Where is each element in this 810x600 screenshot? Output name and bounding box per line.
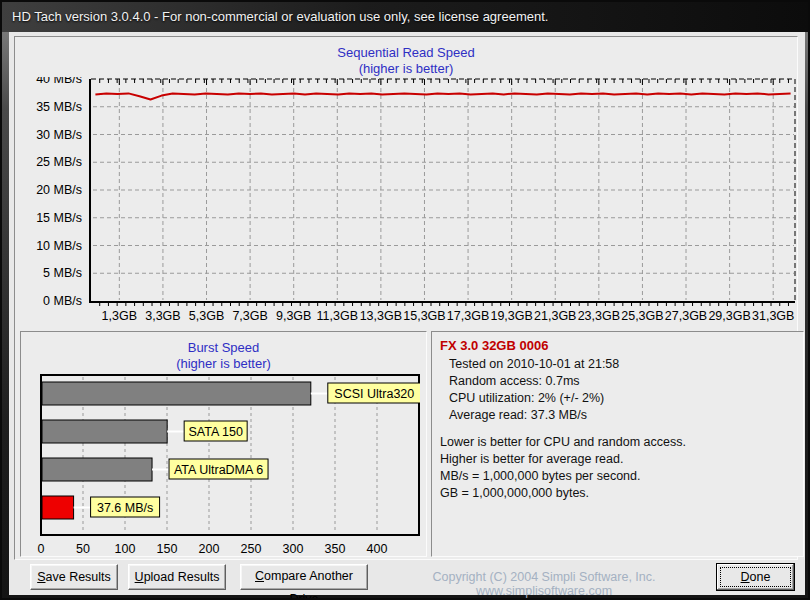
hd-tach-window: HD Tach version 3.0.4.0 - For non-commer…	[0, 0, 810, 600]
y-tick-label: 15 MB/s	[36, 211, 82, 225]
sequential-read-panel: Sequential Read Speed (higher is better)…	[14, 36, 798, 560]
burst-x-tick-label: 100	[115, 542, 136, 556]
info-note-line: Lower is better for CPU and random acces…	[440, 434, 795, 451]
burst-bar	[42, 458, 152, 481]
y-tick-label: 10 MB/s	[36, 239, 82, 253]
x-tick-label: 3,3GB	[145, 309, 180, 323]
y-tick-label: 35 MB/s	[36, 100, 82, 114]
info-note-line: MB/s = 1,000,000 bytes per second.	[440, 468, 795, 485]
sequential-chart-subtitle: (higher is better)	[15, 61, 797, 76]
drive-name: FX 3.0 32GB 0006	[440, 338, 795, 353]
burst-x-tick-label: 200	[199, 542, 220, 556]
info-gap	[440, 424, 795, 434]
compare-another-drive-button[interactable]: Compare Another Drive	[240, 564, 368, 590]
done-button[interactable]: Done	[716, 563, 795, 591]
x-tick-label: 5,3GB	[189, 309, 224, 323]
burst-bar	[42, 496, 74, 519]
x-tick-label: 15,3GB	[403, 309, 445, 323]
burst-x-tick-label: 250	[241, 542, 262, 556]
copyright-text: Copyright (C) 2004 Simpli Software, Inc.…	[384, 570, 704, 598]
y-tick-label: 25 MB/s	[36, 155, 82, 169]
burst-speed-chart: SCSI Ultra320SATA 150ATA UltraDMA 637.6 …	[29, 374, 420, 556]
drive-stat-line: Random access: 0.7ms	[440, 373, 795, 390]
x-tick-label: 1,3GB	[102, 309, 137, 323]
burst-chart-subtitle: (higher is better)	[21, 356, 426, 371]
client-area: Sequential Read Speed (higher is better)…	[9, 32, 805, 595]
drive-stat-line: Tested on 2010-10-01 at 21:58	[440, 356, 795, 373]
drive-stats-list: Tested on 2010-10-01 at 21:58Random acce…	[440, 356, 795, 424]
upload-results-button[interactable]: Upload Results	[128, 564, 226, 590]
burst-bar	[42, 420, 167, 443]
x-tick-label: 25,3GB	[621, 309, 663, 323]
sequential-read-chart: 40 MB/s35 MB/s30 MB/s25 MB/s20 MB/s15 MB…	[15, 77, 797, 329]
info-note-line: GB = 1,000,000,000 bytes.	[440, 485, 795, 502]
burst-x-tick-label: 0	[38, 542, 45, 556]
info-note-line: Higher is better for average read.	[440, 451, 795, 468]
burst-x-tick-label: 150	[157, 542, 178, 556]
y-tick-label: 40 MB/s	[36, 77, 82, 86]
info-notes-list: Lower is better for CPU and random acces…	[440, 434, 795, 502]
drive-stat-line: Average read: 37.3 MB/s	[440, 407, 795, 424]
x-tick-label: 9,3GB	[276, 309, 311, 323]
y-tick-label: 5 MB/s	[43, 266, 82, 280]
bar-label-text: SCSI Ultra320	[334, 387, 414, 401]
x-tick-label: 31,3GB	[752, 309, 794, 323]
burst-bar	[42, 382, 311, 405]
bar-label-text: ATA UltraDMA 6	[174, 463, 263, 477]
x-tick-label: 21,3GB	[534, 309, 576, 323]
drive-info-content: FX 3.0 32GB 0006 Tested on 2010-10-01 at…	[432, 332, 803, 508]
save-results-button[interactable]: Save Results	[30, 564, 118, 590]
drive-info-panel: FX 3.0 32GB 0006 Tested on 2010-10-01 at…	[431, 331, 804, 557]
sequential-chart-title: Sequential Read Speed	[15, 45, 797, 60]
y-tick-label: 0 MB/s	[43, 294, 82, 308]
y-tick-label: 30 MB/s	[36, 128, 82, 142]
x-tick-label: 23,3GB	[578, 309, 620, 323]
burst-x-tick-label: 50	[76, 542, 90, 556]
x-tick-label: 27,3GB	[665, 309, 707, 323]
x-tick-label: 13,3GB	[360, 309, 402, 323]
burst-x-tick-label: 400	[367, 542, 388, 556]
y-tick-label: 20 MB/s	[36, 183, 82, 197]
x-tick-label: 19,3GB	[490, 309, 532, 323]
burst-speed-panel: Burst Speed (higher is better) SCSI Ultr…	[20, 331, 427, 557]
bar-label-text: SATA 150	[188, 425, 242, 439]
x-tick-label: 11,3GB	[317, 309, 358, 323]
x-tick-label: 17,3GB	[447, 309, 489, 323]
burst-chart-title: Burst Speed	[21, 340, 426, 355]
burst-x-tick-label: 300	[283, 542, 304, 556]
window-title: HD Tach version 3.0.4.0 - For non-commer…	[12, 9, 548, 24]
drive-stat-line: CPU utilization: 2% (+/- 2%)	[440, 390, 795, 407]
window-titlebar[interactable]: HD Tach version 3.0.4.0 - For non-commer…	[2, 2, 808, 32]
burst-x-tick-label: 350	[325, 542, 346, 556]
bar-label-text: 37.6 MB/s	[97, 501, 153, 515]
x-tick-label: 29,3GB	[708, 309, 750, 323]
x-tick-label: 7,3GB	[232, 309, 267, 323]
